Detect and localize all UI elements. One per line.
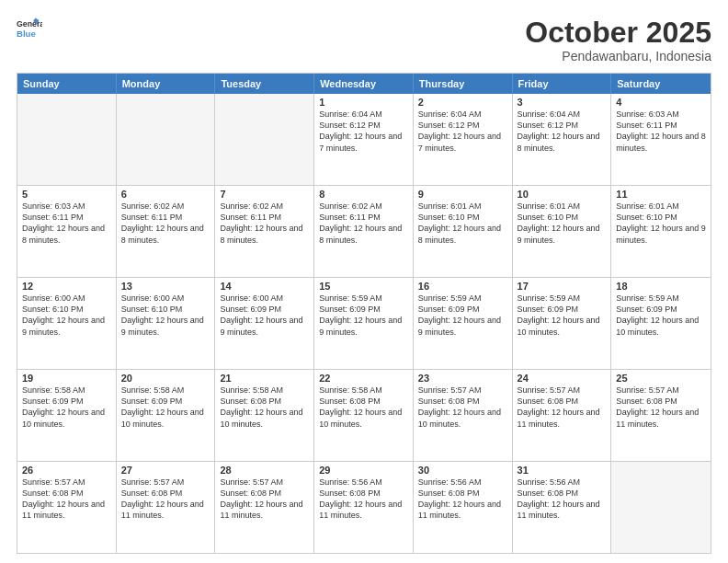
cal-cell: 25Sunrise: 5:57 AM Sunset: 6:08 PM Dayli…	[611, 370, 711, 461]
cal-cell: 11Sunrise: 6:01 AM Sunset: 6:10 PM Dayli…	[611, 186, 711, 277]
day-info: Sunrise: 6:00 AM Sunset: 6:10 PM Dayligh…	[22, 293, 111, 338]
svg-text:Blue: Blue	[17, 29, 36, 39]
day-info: Sunrise: 6:00 AM Sunset: 6:09 PM Dayligh…	[220, 293, 309, 338]
week-row-3: 19Sunrise: 5:58 AM Sunset: 6:09 PM Dayli…	[17, 369, 711, 461]
cal-cell: 22Sunrise: 5:58 AM Sunset: 6:08 PM Dayli…	[314, 370, 414, 461]
cal-cell	[17, 94, 117, 185]
week-row-0: 1Sunrise: 6:04 AM Sunset: 6:12 PM Daylig…	[17, 94, 711, 185]
day-info: Sunrise: 5:59 AM Sunset: 6:09 PM Dayligh…	[616, 293, 706, 338]
cal-cell: 9Sunrise: 6:01 AM Sunset: 6:10 PM Daylig…	[414, 186, 513, 277]
day-number: 4	[616, 97, 706, 108]
cal-cell: 4Sunrise: 6:03 AM Sunset: 6:11 PM Daylig…	[611, 94, 711, 185]
cal-cell: 12Sunrise: 6:00 AM Sunset: 6:10 PM Dayli…	[17, 278, 117, 369]
day-number: 30	[418, 465, 507, 476]
day-info: Sunrise: 6:03 AM Sunset: 6:11 PM Dayligh…	[616, 109, 706, 154]
cal-cell: 19Sunrise: 5:58 AM Sunset: 6:09 PM Dayli…	[17, 370, 117, 461]
day-number: 29	[319, 465, 408, 476]
cal-cell: 15Sunrise: 5:59 AM Sunset: 6:09 PM Dayli…	[314, 278, 414, 369]
day-number: 15	[319, 281, 408, 292]
cal-cell: 7Sunrise: 6:02 AM Sunset: 6:11 PM Daylig…	[215, 186, 314, 277]
day-info: Sunrise: 5:56 AM Sunset: 6:08 PM Dayligh…	[518, 477, 607, 522]
day-info: Sunrise: 5:59 AM Sunset: 6:09 PM Dayligh…	[319, 293, 408, 338]
cal-cell: 8Sunrise: 6:02 AM Sunset: 6:11 PM Daylig…	[314, 186, 414, 277]
cal-cell: 24Sunrise: 5:57 AM Sunset: 6:08 PM Dayli…	[513, 370, 612, 461]
day-info: Sunrise: 5:58 AM Sunset: 6:08 PM Dayligh…	[220, 385, 309, 430]
day-info: Sunrise: 5:58 AM Sunset: 6:09 PM Dayligh…	[22, 385, 111, 430]
day-number: 1	[319, 97, 408, 108]
day-info: Sunrise: 6:04 AM Sunset: 6:12 PM Dayligh…	[418, 109, 507, 154]
day-info: Sunrise: 6:01 AM Sunset: 6:10 PM Dayligh…	[518, 201, 607, 246]
day-number: 6	[121, 189, 210, 200]
day-info: Sunrise: 5:57 AM Sunset: 6:08 PM Dayligh…	[518, 385, 607, 430]
day-info: Sunrise: 5:57 AM Sunset: 6:08 PM Dayligh…	[220, 477, 309, 522]
day-info: Sunrise: 5:57 AM Sunset: 6:08 PM Dayligh…	[22, 477, 111, 522]
cal-cell: 14Sunrise: 6:00 AM Sunset: 6:09 PM Dayli…	[215, 278, 314, 369]
day-info: Sunrise: 5:57 AM Sunset: 6:08 PM Dayligh…	[616, 385, 706, 430]
day-number: 13	[121, 281, 210, 292]
calendar: SundayMondayTuesdayWednesdayThursdayFrid…	[17, 73, 711, 554]
day-info: Sunrise: 6:02 AM Sunset: 6:11 PM Dayligh…	[121, 201, 210, 246]
cal-cell: 20Sunrise: 5:58 AM Sunset: 6:09 PM Dayli…	[117, 370, 216, 461]
calendar-body: 1Sunrise: 6:04 AM Sunset: 6:12 PM Daylig…	[17, 94, 711, 553]
day-info: Sunrise: 6:02 AM Sunset: 6:11 PM Dayligh…	[220, 201, 309, 246]
day-info: Sunrise: 6:01 AM Sunset: 6:10 PM Dayligh…	[616, 201, 706, 246]
day-info: Sunrise: 6:00 AM Sunset: 6:10 PM Dayligh…	[121, 293, 210, 338]
cal-cell: 10Sunrise: 6:01 AM Sunset: 6:10 PM Dayli…	[513, 186, 612, 277]
cal-cell: 21Sunrise: 5:58 AM Sunset: 6:08 PM Dayli…	[215, 370, 314, 461]
day-info: Sunrise: 6:01 AM Sunset: 6:10 PM Dayligh…	[418, 201, 507, 246]
cal-cell: 2Sunrise: 6:04 AM Sunset: 6:12 PM Daylig…	[414, 94, 513, 185]
cal-cell: 30Sunrise: 5:56 AM Sunset: 6:08 PM Dayli…	[414, 462, 513, 553]
day-number: 20	[121, 373, 210, 384]
day-info: Sunrise: 5:58 AM Sunset: 6:08 PM Dayligh…	[319, 385, 408, 430]
week-row-1: 5Sunrise: 6:03 AM Sunset: 6:11 PM Daylig…	[17, 185, 711, 277]
day-number: 10	[518, 189, 607, 200]
day-number: 23	[418, 373, 507, 384]
cal-cell: 6Sunrise: 6:02 AM Sunset: 6:11 PM Daylig…	[117, 186, 216, 277]
col-header-thursday: Thursday	[414, 74, 513, 94]
cal-cell	[611, 462, 711, 553]
col-header-tuesday: Tuesday	[215, 74, 314, 94]
day-number: 9	[418, 189, 507, 200]
day-number: 14	[220, 281, 309, 292]
day-info: Sunrise: 6:04 AM Sunset: 6:12 PM Dayligh…	[518, 109, 607, 154]
month-title: October 2025	[525, 17, 711, 49]
logo: General Blue	[17, 17, 42, 42]
day-number: 19	[22, 373, 111, 384]
title-block: October 2025 Pendawanbaru, Indonesia	[525, 17, 711, 63]
day-number: 7	[220, 189, 309, 200]
week-row-2: 12Sunrise: 6:00 AM Sunset: 6:10 PM Dayli…	[17, 277, 711, 369]
day-info: Sunrise: 5:57 AM Sunset: 6:08 PM Dayligh…	[418, 385, 507, 430]
cal-cell: 31Sunrise: 5:56 AM Sunset: 6:08 PM Dayli…	[513, 462, 612, 553]
cal-cell: 17Sunrise: 5:59 AM Sunset: 6:09 PM Dayli…	[513, 278, 612, 369]
col-header-saturday: Saturday	[611, 74, 711, 94]
cal-cell: 29Sunrise: 5:56 AM Sunset: 6:08 PM Dayli…	[314, 462, 414, 553]
col-header-sunday: Sunday	[17, 74, 117, 94]
week-row-4: 26Sunrise: 5:57 AM Sunset: 6:08 PM Dayli…	[17, 461, 711, 553]
day-number: 27	[121, 465, 210, 476]
logo-icon: General Blue	[17, 17, 42, 42]
day-info: Sunrise: 6:03 AM Sunset: 6:11 PM Dayligh…	[22, 201, 111, 246]
day-info: Sunrise: 5:57 AM Sunset: 6:08 PM Dayligh…	[121, 477, 210, 522]
day-info: Sunrise: 5:58 AM Sunset: 6:09 PM Dayligh…	[121, 385, 210, 430]
day-number: 28	[220, 465, 309, 476]
day-number: 5	[22, 189, 111, 200]
day-info: Sunrise: 5:56 AM Sunset: 6:08 PM Dayligh…	[319, 477, 408, 522]
day-info: Sunrise: 5:59 AM Sunset: 6:09 PM Dayligh…	[418, 293, 507, 338]
calendar-header-row: SundayMondayTuesdayWednesdayThursdayFrid…	[17, 74, 711, 94]
cal-cell: 3Sunrise: 6:04 AM Sunset: 6:12 PM Daylig…	[513, 94, 612, 185]
cal-cell: 5Sunrise: 6:03 AM Sunset: 6:11 PM Daylig…	[17, 186, 117, 277]
cal-cell: 16Sunrise: 5:59 AM Sunset: 6:09 PM Dayli…	[414, 278, 513, 369]
day-number: 31	[518, 465, 607, 476]
location: Pendawanbaru, Indonesia	[525, 49, 711, 63]
day-number: 8	[319, 189, 408, 200]
cal-cell	[117, 94, 216, 185]
day-number: 12	[22, 281, 111, 292]
day-number: 3	[518, 97, 607, 108]
day-number: 2	[418, 97, 507, 108]
cal-cell: 28Sunrise: 5:57 AM Sunset: 6:08 PM Dayli…	[215, 462, 314, 553]
day-info: Sunrise: 5:56 AM Sunset: 6:08 PM Dayligh…	[418, 477, 507, 522]
day-number: 26	[22, 465, 111, 476]
cal-cell: 26Sunrise: 5:57 AM Sunset: 6:08 PM Dayli…	[17, 462, 117, 553]
col-header-monday: Monday	[117, 74, 216, 94]
day-number: 22	[319, 373, 408, 384]
